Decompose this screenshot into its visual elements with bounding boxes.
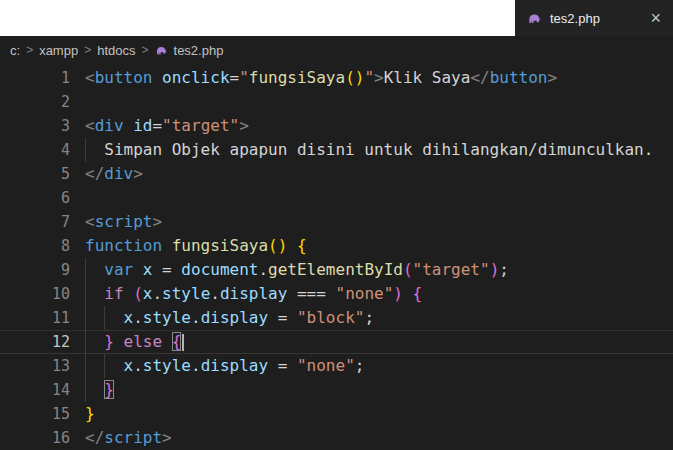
code-line[interactable]: 5</div> [0,162,673,186]
code-token: fungsiSaya [249,68,345,87]
code-token: fungsiSaya [172,236,268,255]
code-token: = [230,68,240,87]
line-number[interactable]: 11 [0,306,70,330]
code-token [85,284,104,303]
code-token: < [85,68,95,87]
breadcrumb-item-htdocs[interactable]: htdocs [97,43,135,58]
code-line[interactable]: 11 x.style.display = "block"; [0,306,673,330]
code-token: { [172,332,182,351]
breadcrumb-item-xampp[interactable]: xampp [39,43,78,58]
code-token: = [268,356,297,375]
external-white-region [0,0,515,36]
line-number[interactable]: 9 [0,258,70,282]
code-line[interactable]: 16</script> [0,426,673,450]
line-number[interactable]: 3 [0,114,70,138]
tab-bar: tes2.php × [0,0,673,36]
line-number[interactable]: 8 [0,234,70,258]
code-token: "target" [413,260,490,279]
code-token: . [191,356,201,375]
code-token [162,332,172,351]
code-line[interactable]: 6 [0,186,673,210]
chevron-right-icon: > [84,43,91,57]
line-number[interactable]: 2 [0,90,70,114]
code-token: " [239,68,249,87]
code-line[interactable]: 7<script> [0,210,673,234]
code-line[interactable]: 14 } [0,378,673,402]
line-number[interactable]: 14 [0,378,70,402]
code-token: () [268,236,287,255]
code-line[interactable]: 2 [0,90,673,114]
breadcrumb: c: > xampp > htdocs > tes2.php [0,36,673,64]
code-token: " [364,68,374,87]
line-number[interactable]: 5 [0,162,70,186]
breadcrumb-item-file[interactable]: tes2.php [174,43,224,58]
close-icon[interactable]: × [650,9,661,27]
breadcrumb-item-drive[interactable]: c: [10,43,20,58]
line-number[interactable]: 1 [0,66,70,90]
code-line[interactable]: 12 } else { [0,330,673,354]
code-token: "target" [162,116,239,135]
code-token: Simpan Objek apapun disini untuk dihilan… [85,140,653,159]
code-token: style [143,308,191,327]
code-token: . [152,284,162,303]
code-token: > [547,68,557,87]
code-token: ) [393,284,403,303]
code-token: x [143,284,153,303]
code-token [124,284,134,303]
code-token: { [413,284,423,303]
code-token: = [152,260,181,279]
code-line[interactable]: 8function fungsiSaya() { [0,234,673,258]
code-token: </ [470,68,489,87]
code-token: < [85,212,95,231]
code-token: style [143,356,191,375]
code-token: . [191,308,201,327]
line-number[interactable]: 16 [0,426,70,450]
line-number[interactable]: 15 [0,402,70,426]
code-token: button [95,68,153,87]
code-token [287,236,297,255]
code-token: </ [85,164,104,183]
code-token: style [162,284,210,303]
code-token: display [220,284,287,303]
code-area[interactable]: 1<button onclick="fungsiSaya()">Klik Say… [0,66,673,450]
code-token: onclick [162,68,229,87]
code-token: "block" [297,308,364,327]
php-elephant-icon [155,44,168,57]
line-number[interactable]: 4 [0,138,70,162]
tab-tes2-php[interactable]: tes2.php × [515,0,673,36]
code-token: display [201,308,268,327]
line-number[interactable]: 12 [0,330,70,354]
code-line[interactable]: 9 var x = document.getElementById("targe… [0,258,673,282]
code-token: script [104,428,162,447]
code-token: if [104,284,123,303]
code-line[interactable]: 3<div id="target"> [0,114,673,138]
code-token: > [162,428,172,447]
code-token: > [374,68,384,87]
code-token [152,68,162,87]
code-token [133,260,143,279]
code-token: display [201,356,268,375]
code-token: id [133,116,152,135]
code-token: getElementById [268,260,403,279]
code-token [124,116,134,135]
code-line[interactable]: 13 x.style.display = "none"; [0,354,673,378]
line-number[interactable]: 10 [0,282,70,306]
code-token: } [85,404,95,423]
text-cursor [182,334,184,351]
code-token [85,308,124,327]
code-token: function [85,236,162,255]
code-line[interactable]: 10 if (x.style.display === "none") { [0,282,673,306]
line-number[interactable]: 6 [0,186,70,210]
code-token: script [95,212,153,231]
code-token: () [345,68,364,87]
code-line[interactable]: 15} [0,402,673,426]
code-token: > [133,164,143,183]
code-token: "none" [297,356,355,375]
code-token: x [124,308,134,327]
code-line[interactable]: 1<button onclick="fungsiSaya()">Klik Say… [0,66,673,90]
code-line[interactable]: 4 Simpan Objek apapun disini untuk dihil… [0,138,673,162]
line-number[interactable]: 7 [0,210,70,234]
code-token: ; [355,356,365,375]
line-number[interactable]: 13 [0,354,70,378]
code-token: var [104,260,133,279]
